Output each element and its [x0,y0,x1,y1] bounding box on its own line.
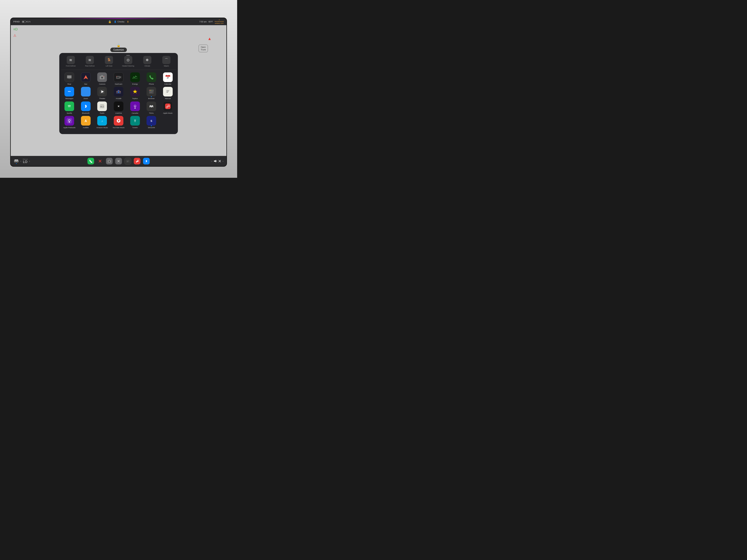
phone-label: Phone [149,83,154,85]
app-dashcam[interactable]: Dashcam [110,73,127,85]
taskbar-left-arrow[interactable]: ‹ [20,160,21,163]
app-audible[interactable]: A Audible [78,116,94,129]
app-row-4: Apple Podcasts A Audible [61,116,176,129]
svg-text:27: 27 [167,77,169,79]
taskbar-right-arrow[interactable]: › [29,160,30,163]
battery-fill [22,21,24,22]
lock-icon[interactable]: 🔓 [108,20,111,23]
volume-icon [214,160,217,163]
front-defrost-label: Front Defrost [66,65,76,67]
app-apple-podcasts[interactable]: Apple Podcasts [61,116,78,129]
app-manual[interactable]: Manual [159,87,176,100]
rear-label: Rear [68,83,71,85]
app-liveone[interactable]: ✕ LiveOne [110,102,127,114]
app-rear[interactable]: Rear [61,73,78,85]
close-icon [117,159,121,163]
app-arcade[interactable]: Arcade [110,87,127,100]
svg-rect-1 [67,76,71,78]
taskbar-music-button[interactable] [134,158,140,164]
manual-icon [163,87,173,97]
taskbar-id-button[interactable] [125,158,131,164]
taskbar-x-button[interactable] [115,158,122,164]
taskbar-camera-button[interactable] [106,158,113,164]
app-zoom[interactable]: Zoom [78,87,94,100]
svg-text:T: T [134,119,136,123]
wipers-control[interactable]: ⌒ Wipers [159,56,174,67]
energy-icon [130,73,140,82]
app-toybox[interactable]: Toybox [127,87,143,100]
app-browser[interactable]: Browser [143,87,160,100]
app-apple-music[interactable]: Apple Music [159,102,176,114]
svg-rect-2 [68,78,70,79]
taskbar-close-button[interactable] [97,158,103,164]
browser-dot [151,96,152,97]
camera-label: Camera [99,83,105,85]
left-seat-icon: 🪑 [105,56,113,64]
app-theater[interactable]: Theater [94,87,110,100]
main-screen: PRND 51% 🔓 👤 Cheska ⬇ 7:50 am 60°F [11,18,226,166]
taskbar-phone-button[interactable] [87,158,94,164]
svg-point-9 [104,76,104,77]
customize-button[interactable]: Customize [110,48,127,52]
status-left: PRND 51% [14,21,199,23]
app-tunein[interactable]: T TuneIn [127,116,143,129]
taskbar-center [87,158,150,164]
app-siriusxm[interactable]: S SiriusXM [143,116,160,129]
svg-marker-112 [214,160,216,162]
svg-point-90 [15,162,16,163]
app-camera[interactable]: Camera [94,73,110,85]
svg-marker-4 [83,75,86,79]
svg-point-106 [136,161,137,162]
app-youtube-music[interactable]: YouTube Music [110,116,127,129]
svg-point-40 [151,90,152,90]
svg-rect-48 [166,92,169,92]
youtube-music-label: YouTube Music [113,127,125,129]
heated-steering-control[interactable]: Auto ⊙ Heated Steering [121,56,136,67]
camera-small-icon [107,159,111,163]
svg-rect-30 [118,90,120,91]
spotify-icon [65,102,74,111]
map-area[interactable]: ▲ 🔓 Customize OpenTrunk ≋ Front De [11,25,226,156]
volume-control[interactable] [214,160,221,163]
svg-rect-56 [102,106,104,106]
app-phone[interactable]: Phone [143,73,160,85]
user-info: 👤 Cheska [114,21,124,23]
app-bluetooth[interactable]: Bluetooth [78,102,94,114]
app-messages[interactable]: Messages [61,87,78,100]
app-nav[interactable]: Nav [78,73,94,85]
left-seat-control[interactable]: 🪑 Left Seat [102,56,117,67]
gear-display: LO [23,160,27,164]
climate-control[interactable]: ❄ Climate [140,56,155,67]
download-icon: ⬇ [127,20,129,23]
front-defrost-control[interactable]: ≋ Front Defrost [63,56,78,67]
car-icon-wrap[interactable] [14,159,19,163]
audible-label: Audible [83,127,89,129]
app-calendar[interactable]: 27 Calendar [159,73,176,85]
svg-point-55 [101,106,102,107]
open-trunk-button[interactable]: OpenTrunk [199,45,208,52]
status-right: 7:50 am 60°F ☀ PASSENGERAIRBAG OFF [199,19,224,24]
app-caraoke[interactable]: Caraoke [127,102,143,114]
tidal-icon [147,102,156,111]
status-bar: PRND 51% 🔓 👤 Cheska ⬇ 7:50 am 60°F [11,18,226,25]
status-center: 🔓 👤 Cheska ⬇ [108,20,129,23]
app-spotify[interactable]: Spotify [61,102,78,114]
taskbar-bluetooth-button[interactable] [143,158,150,164]
airbag-text: PASSENGERAIRBAG OFF [215,21,224,24]
app-tidal[interactable]: TIDAL [143,102,160,114]
svg-point-31 [118,92,119,93]
username: Cheska [118,21,124,23]
app-amazon-music[interactable]: ♪ Amazon Music [94,116,110,129]
arcade-icon [114,87,123,97]
rear-defrost-control[interactable]: ≋ Rear Defrost [82,56,97,67]
app-radio[interactable]: Radio [94,102,110,114]
front-defrost-icon: ≋ [67,56,75,64]
car-dot [16,163,17,164]
phone-icon [147,73,156,82]
dashcam-icon [114,73,123,82]
dashcam-label: Dashcam [115,83,122,85]
taskbar-arrow-right[interactable]: › [223,160,224,163]
app-energy[interactable]: Energy [127,73,143,85]
svg-marker-11 [120,76,121,79]
taskbar-arrow-left[interactable]: ‹ [211,160,212,163]
